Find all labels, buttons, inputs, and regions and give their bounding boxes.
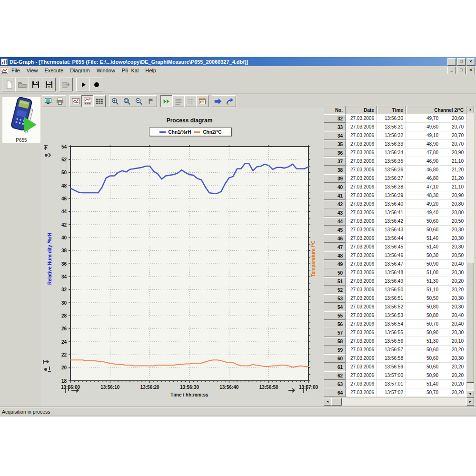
diagram-values-view-button[interactable]: [81, 95, 94, 107]
save-as-button[interactable]: [42, 78, 56, 91]
menu-p6_kal[interactable]: P6_Kal: [119, 67, 142, 74]
print-button[interactable]: [54, 95, 66, 107]
table-cell[interactable]: 13:56:52: [377, 303, 406, 311]
table-horizontal-scrollbar[interactable]: ◄ ►: [324, 398, 474, 406]
table-row[interactable]: 3927.03.200613:56:3746,8021,20: [324, 174, 474, 183]
table-cell[interactable]: 13:56:47: [377, 260, 406, 268]
table-cell[interactable]: 13:57:00: [377, 371, 406, 380]
table-cell[interactable]: 49,60: [406, 123, 441, 131]
table-row[interactable]: 3827.03.200613:56:3646,8021,20: [324, 166, 474, 174]
start-acquisition-button[interactable]: [76, 78, 90, 91]
table-cell[interactable]: 47,80: [406, 149, 441, 157]
table-cell[interactable]: 50,70: [406, 388, 441, 397]
table-row[interactable]: 6127.03.200613:56:5950,6020,20: [324, 363, 474, 371]
table-cell[interactable]: 20,30: [441, 328, 466, 337]
table-cell[interactable]: 27.03.2006: [346, 234, 377, 243]
table-cell[interactable]: 21,20: [441, 166, 466, 174]
menu-window[interactable]: Window: [93, 67, 119, 74]
table-cell[interactable]: 13:56:51: [377, 294, 406, 303]
table-cell[interactable]: 27.03.2006: [346, 174, 377, 183]
auto-scroll-button[interactable]: [160, 95, 173, 107]
table-cell[interactable]: 27.03.2006: [346, 371, 377, 380]
scroll-left-icon[interactable]: ◄: [324, 398, 331, 406]
table-cell[interactable]: 32: [324, 114, 346, 123]
table-cell[interactable]: 13:56:31: [377, 123, 406, 131]
child-restore-button[interactable]: □: [457, 67, 466, 74]
table-cell[interactable]: 20,30: [441, 234, 466, 243]
title-bar[interactable]: DE-Graph - [Thermostat: P655 (File: E:\.…: [0, 57, 476, 66]
table-cell[interactable]: 50,30: [406, 251, 441, 260]
table-row[interactable]: 4027.03.200613:56:3847,1021,10: [324, 183, 474, 191]
table-cell[interactable]: 59: [324, 346, 346, 354]
minimize-button[interactable]: _: [447, 58, 456, 66]
table-cell[interactable]: 46,80: [406, 166, 441, 174]
table-cell[interactable]: 27.03.2006: [346, 217, 377, 226]
table-cell[interactable]: 50,50: [406, 294, 441, 303]
table-cell[interactable]: 20,20: [441, 371, 466, 380]
grid-toggle-button[interactable]: [184, 95, 197, 107]
table-cell[interactable]: 38: [324, 166, 346, 174]
save-button[interactable]: [29, 78, 42, 91]
table-cell[interactable]: 27.03.2006: [346, 157, 377, 166]
table-cell[interactable]: 13:56:30: [377, 114, 406, 123]
table-cell[interactable]: 50,70: [406, 320, 441, 328]
table-cell[interactable]: 27.03.2006: [346, 380, 377, 388]
table-cell[interactable]: 27.03.2006: [346, 311, 377, 320]
table-cell[interactable]: 13:56:53: [377, 311, 406, 320]
horizontal-scroll-thumb[interactable]: [331, 398, 342, 406]
table-cell[interactable]: 13:56:36: [377, 166, 406, 174]
child-minimize-button[interactable]: _: [447, 67, 456, 74]
new-file-button[interactable]: [2, 78, 16, 91]
table-cell[interactable]: 50,90: [406, 328, 441, 337]
table-cell[interactable]: 27.03.2006: [346, 320, 377, 328]
table-cell[interactable]: 50,90: [406, 260, 441, 268]
table-cell[interactable]: 13:56:38: [377, 183, 406, 191]
table-view-button[interactable]: [93, 95, 106, 107]
table-cell[interactable]: 42: [324, 200, 346, 208]
table-cell[interactable]: 13:57:02: [377, 388, 406, 397]
menu-execute[interactable]: Execute: [41, 67, 67, 74]
table-cell[interactable]: 27.03.2006: [346, 303, 377, 311]
table-row[interactable]: 3227.03.200613:56:3049,7020,60: [324, 114, 474, 123]
table-cell[interactable]: 46,80: [406, 174, 441, 183]
scroll-down-icon[interactable]: ▼: [466, 390, 474, 398]
table-cell[interactable]: 51,00: [406, 268, 441, 277]
table-row[interactable]: 3727.03.200613:56:3546,9021,10: [324, 157, 474, 166]
table-row[interactable]: 3327.03.200613:56:3149,6020,70: [324, 123, 474, 131]
table-cell[interactable]: 45: [324, 226, 346, 234]
zoom-in-button[interactable]: [109, 95, 121, 107]
table-row[interactable]: 4327.03.200613:56:4149,4020,80: [324, 208, 474, 217]
table-row[interactable]: 6327.03.200613:57:0151,4020,20: [324, 380, 474, 388]
table-row[interactable]: 5727.03.200613:56:5550,9020,30: [324, 328, 474, 337]
table-cell[interactable]: 27.03.2006: [346, 363, 377, 371]
table-cell[interactable]: 20,50: [441, 217, 466, 226]
table-cell[interactable]: 27.03.2006: [346, 294, 377, 303]
table-cell[interactable]: 20,90: [441, 191, 466, 200]
table-cell[interactable]: 27.03.2006: [346, 354, 377, 363]
table-cell[interactable]: 61: [324, 363, 346, 371]
table-cell[interactable]: 13:56:43: [377, 226, 406, 234]
scroll-right-icon[interactable]: ►: [466, 398, 474, 406]
table-cell[interactable]: 13:56:37: [377, 174, 406, 183]
table-cell[interactable]: 27.03.2006: [346, 337, 377, 346]
table-cell[interactable]: 50,60: [406, 346, 441, 354]
table-cell[interactable]: 20,70: [441, 131, 466, 140]
table-cell[interactable]: 27.03.2006: [346, 328, 377, 337]
table-cell[interactable]: 21,10: [441, 157, 466, 166]
table-cell[interactable]: 20,40: [441, 260, 466, 268]
table-cell[interactable]: 20,50: [441, 251, 466, 260]
table-cell[interactable]: 64: [324, 388, 346, 397]
table-cell[interactable]: 13:56:33: [377, 140, 406, 149]
close-button[interactable]: ×: [466, 58, 475, 66]
menu-diagram[interactable]: Diagram: [67, 67, 93, 74]
table-cell[interactable]: 13:56:57: [377, 346, 406, 354]
table-cell[interactable]: 50,90: [406, 371, 441, 380]
table-cell[interactable]: 20,30: [441, 303, 466, 311]
table-cell[interactable]: 50: [324, 268, 346, 277]
table-row[interactable]: 4727.03.200613:56:4551,4020,30: [324, 243, 474, 251]
table-cell[interactable]: 63: [324, 380, 346, 388]
table-cell[interactable]: 27.03.2006: [346, 243, 377, 251]
table-cell[interactable]: 13:56:44: [377, 234, 406, 243]
scroll-up-icon[interactable]: ▲: [466, 106, 474, 113]
go-to-end-button[interactable]: [224, 95, 236, 107]
